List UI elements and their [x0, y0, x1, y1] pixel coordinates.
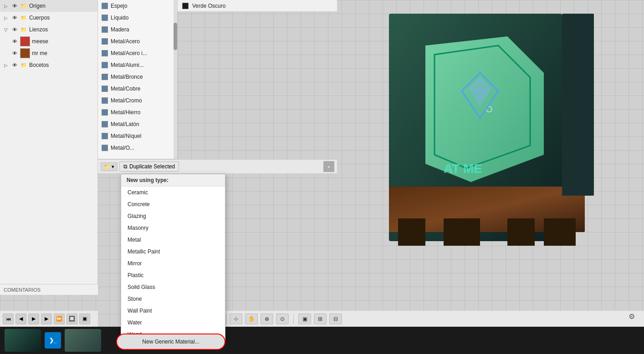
selected-material-header: Verde Oscuro — [178, 0, 337, 12]
eye-meese[interactable]: 👁 — [11, 38, 18, 45]
mat-item-metal-acero-i[interactable]: Metal/Acero i... — [98, 47, 177, 59]
mat-item-espejo[interactable]: Espejo — [98, 0, 177, 12]
tree-item-cuerpos[interactable]: ▷ 👁 📁 Cuerpos — [0, 12, 97, 24]
tree-item-meese[interactable]: 👁 meese — [0, 35, 97, 47]
skip-fwd-btn[interactable]: ⏩ — [54, 314, 65, 324]
mat-label-metal-cromo: Metal/Cromo — [111, 97, 142, 104]
selected-material-label: Verde Oscuro — [192, 3, 225, 9]
mat-item-madera[interactable]: Madera — [98, 24, 177, 35]
taskbar-thumb-2[interactable] — [65, 329, 101, 352]
taskbar: ❯_ — [0, 327, 644, 354]
loop-btn[interactable]: 🔲 — [66, 314, 77, 324]
eye-lienzos[interactable]: 👁 — [11, 26, 18, 33]
tree-item-lienzos[interactable]: ▽ 👁 📁 Lienzos — [0, 24, 97, 35]
dropdown-item-water[interactable]: Water — [121, 317, 225, 329]
dropdown-header: New using type: — [121, 174, 225, 187]
prev-frame-btn[interactable]: ◀ — [15, 314, 26, 324]
eye-bocetos[interactable]: 👁 — [11, 61, 18, 69]
mat-item-metal-acero[interactable]: Metal/Acero — [98, 35, 177, 47]
skip-back-btn[interactable]: ⏮ — [3, 314, 14, 324]
duplicate-selected-btn[interactable]: ⧉ Duplicate Selected — [119, 162, 179, 172]
toolbar-divider — [293, 314, 294, 324]
comments-bar: COMENTARIOS — [0, 284, 98, 295]
vscode-label: ❯_ — [49, 337, 57, 344]
dropdown-item-stone[interactable]: Stone — [121, 293, 225, 305]
mat-item-metal-bronce[interactable]: Metal/Bronce — [98, 71, 177, 83]
3d-model: AT ME — [371, 9, 608, 282]
new-material-btn[interactable]: 📁 ▾ — [101, 162, 118, 171]
mat-item-metal-o[interactable]: Metal/O... — [98, 142, 177, 154]
taskbar-thumb-1[interactable] — [5, 329, 41, 352]
mat-item-metal-niquel[interactable]: Metal/Níquel — [98, 130, 177, 142]
vscode-icon[interactable]: ❯_ — [45, 332, 61, 349]
mat-icon-metal-bronce — [102, 74, 108, 80]
mat-icon-metal-acero — [102, 38, 108, 45]
mat-icon-metal-laton — [102, 121, 108, 127]
eye-origen[interactable]: 👁 — [11, 2, 18, 10]
dropdown-item-masonry[interactable]: Masonry — [121, 222, 225, 234]
zoom-tool-btn[interactable]: ⊕ — [261, 314, 273, 324]
mat-item-liquido[interactable]: Líquido — [98, 12, 177, 24]
svg-marker-1 — [425, 36, 544, 182]
mat-item-metal-hierro[interactable]: Metal/Hierro — [98, 106, 177, 118]
dropdown-item-metallic-paint[interactable]: Metallic Paint — [121, 246, 225, 258]
grid-btn[interactable]: ⊞ — [314, 314, 327, 324]
comments-label: COMENTARIOS — [4, 287, 41, 293]
dropdown-item-concrete[interactable]: Concrete — [121, 198, 225, 210]
grid2-btn[interactable]: ⊟ — [329, 314, 342, 324]
mat-label-metal-hierro: Metal/Hierro — [111, 109, 140, 116]
folder-bocetos: 📁 — [20, 61, 27, 69]
frame-btn[interactable]: ▣ — [79, 314, 90, 324]
folder-lienzos: 📁 — [20, 26, 27, 33]
playback-toolbar: ⏮ ◀ ▶ ▶ ⏩ 🔲 ▣ — [0, 310, 98, 327]
mat-item-metal-cobre[interactable]: Metal/Cobre — [98, 83, 177, 95]
next-frame-btn[interactable]: ▶ — [41, 314, 52, 324]
label-lienzos: Lienzos — [29, 26, 95, 33]
label-cuerpos: Cuerpos — [29, 15, 95, 21]
new-generic-material-btn[interactable]: New Generic Material... — [116, 334, 225, 350]
chevron-right-btn[interactable]: » — [323, 161, 334, 172]
mat-icon-metal-alumi — [102, 62, 108, 68]
mat-label-liquido: Líquido — [111, 15, 128, 21]
eye-cuerpos[interactable]: 👁 — [11, 14, 18, 21]
mat-label-metal-o: Metal/O... — [111, 145, 134, 151]
orbit-tool-btn[interactable]: ⊙ — [276, 314, 289, 324]
mat-icon-metal-o — [102, 145, 108, 151]
mat-icon-metal-cobre — [102, 86, 108, 92]
dropdown-item-glazing[interactable]: Glazing — [121, 210, 225, 222]
folder-icon: 📁 — [104, 164, 110, 170]
duplicate-icon: ⧉ — [123, 163, 128, 170]
tree-item-mrme[interactable]: 👁 mr me — [0, 47, 97, 59]
svg-text:AT ME: AT ME — [444, 162, 482, 176]
folder-cuerpos: 📁 — [20, 14, 27, 21]
duplicate-label: Duplicate Selected — [129, 163, 175, 170]
dropdown-arrow: ▾ — [112, 164, 114, 170]
dropdown-item-plastic[interactable]: Plastic — [121, 269, 225, 281]
mat-label-espejo: Espejo — [111, 3, 128, 9]
mat-label-metal-bronce: Metal/Bronce — [111, 74, 143, 80]
tree-item-origen[interactable]: ▷ 👁 📁 Origen — [0, 0, 97, 12]
selected-material-color — [182, 3, 189, 9]
hand-tool-btn[interactable]: ✋ — [245, 314, 258, 324]
mat-item-metal-cromo[interactable]: Metal/Cromo — [98, 95, 177, 106]
mat-label-metal-acero-i: Metal/Acero i... — [111, 50, 147, 56]
dropdown-item-metal[interactable]: Metal — [121, 234, 225, 246]
dropdown-item-wall-paint[interactable]: Wall Paint — [121, 305, 225, 317]
mat-icon-liquido — [102, 15, 108, 21]
label-meese: meese — [32, 38, 95, 45]
settings-btn[interactable]: ⚙ — [629, 312, 639, 323]
select-tool-btn[interactable]: ⊹ — [230, 314, 242, 324]
dropdown-item-solid-glass[interactable]: Solid Glass — [121, 281, 225, 293]
mat-label-metal-niquel: Metal/Níquel — [111, 133, 141, 139]
dropdown-item-mirror[interactable]: Mirror — [121, 258, 225, 269]
mat-item-metal-laton[interactable]: Metal/Latón — [98, 118, 177, 130]
play-btn[interactable]: ▶ — [28, 314, 39, 324]
view-cube-btn[interactable]: ▣ — [298, 314, 311, 324]
dropdown-item-ceramic[interactable]: Ceramic — [121, 187, 225, 198]
label-mrme: mr me — [32, 50, 95, 56]
eye-mrme[interactable]: 👁 — [11, 50, 18, 57]
mat-item-metal-alumi[interactable]: Metal/Alumi... — [98, 59, 177, 71]
tree-item-bocetos[interactable]: ▷ 👁 📁 Bocetos — [0, 59, 97, 71]
mat-icon-metal-cromo — [102, 97, 108, 104]
mat-icon-metal-hierro — [102, 109, 108, 116]
